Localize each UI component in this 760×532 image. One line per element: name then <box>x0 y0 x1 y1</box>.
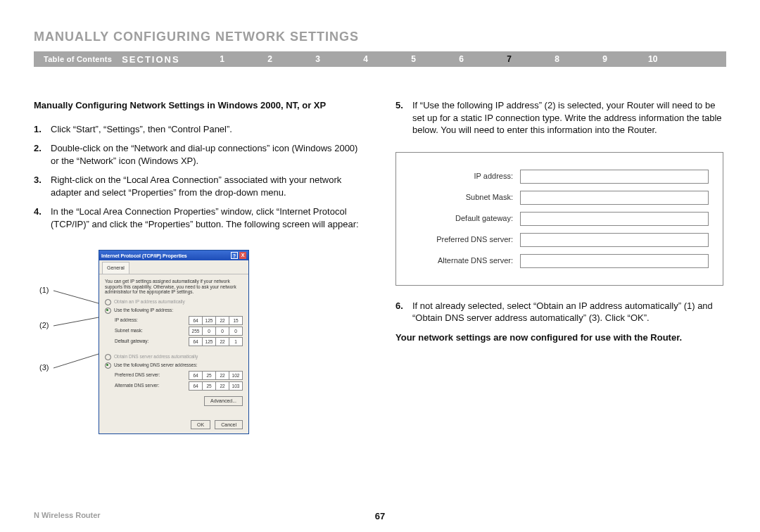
section-link-4[interactable]: 4 <box>342 54 390 64</box>
radio-obtain-dns: Obtain DNS server address automatically <box>105 354 243 360</box>
advanced-button: Advanced... <box>204 396 243 405</box>
section-link-1[interactable]: 1 <box>198 54 246 64</box>
callout-1: (1) <box>39 285 49 296</box>
section-link-9[interactable]: 9 <box>581 54 629 64</box>
left-column: Manually Configuring Network Settings in… <box>34 99 365 434</box>
ip-label: IP address: <box>115 317 184 324</box>
sections-label: SECTIONS <box>122 54 198 65</box>
ok-button: OK <box>191 420 210 429</box>
step-1: 1.Click “Start”, “Settings”, then “Contr… <box>34 123 365 136</box>
step-4: 4.In the “Local Area Connection Properti… <box>34 205 365 230</box>
form-mask-label: Subnet Mask: <box>406 192 520 203</box>
form-ip-input[interactable] <box>520 170 709 184</box>
radio-use-dns: Use the following DNS server addresses: <box>105 362 243 369</box>
step-5: 5.If “Use the following IP address” (2) … <box>395 99 726 137</box>
dialog-diagram: (1) (2) (3) Internet Protocol (TCP/IP) P… <box>39 250 365 434</box>
section-link-8[interactable]: 8 <box>533 54 581 64</box>
dialog-description: You can get IP settings assigned automat… <box>105 279 243 295</box>
dialog-tab-general: General <box>102 262 129 273</box>
radio-use-ip: Use the following IP address: <box>105 308 243 314</box>
section-navbar: Table of Contents SECTIONS 1 2 3 4 5 6 7… <box>34 51 726 67</box>
dialog-titlebar: Internet Protocol (TCP/IP) Properties ? … <box>99 251 248 260</box>
page-number: 67 <box>375 511 385 521</box>
form-adns-input[interactable] <box>520 254 709 268</box>
page-footer: N Wireless Router 67 <box>34 511 726 519</box>
section-link-7[interactable]: 7 <box>486 54 533 64</box>
section-link-2[interactable]: 2 <box>246 54 294 64</box>
right-column: 5.If “Use the following IP address” (2) … <box>395 99 726 434</box>
tcpip-dialog: Internet Protocol (TCP/IP) Properties ? … <box>99 250 249 434</box>
section-link-3[interactable]: 3 <box>294 54 342 64</box>
section-link-6[interactable]: 6 <box>438 54 486 64</box>
form-pdns-input[interactable] <box>520 233 709 247</box>
pdns-label: Preferred DNS server: <box>115 372 184 379</box>
help-icon: ? <box>231 252 238 259</box>
svg-line-0 <box>53 291 99 303</box>
form-adns-label: Alternate DNS server: <box>406 255 520 266</box>
callout-3: (3) <box>39 362 49 373</box>
mask-label: Subnet mask: <box>115 328 184 334</box>
callout-2: (2) <box>39 320 49 331</box>
form-ip-label: IP address: <box>406 171 520 182</box>
form-mask-input[interactable] <box>520 191 709 205</box>
svg-line-2 <box>53 354 99 368</box>
form-gw-input[interactable] <box>520 212 709 226</box>
step-3: 3.Right-click on the “Local Area Connect… <box>34 174 365 198</box>
footer-product: N Wireless Router <box>34 511 101 519</box>
cancel-button: Cancel <box>215 420 243 429</box>
radio-obtain-ip: Obtain an IP address automatically <box>105 299 243 305</box>
section-link-10[interactable]: 10 <box>629 54 677 64</box>
gw-label: Default gateway: <box>115 338 184 345</box>
toc-link[interactable]: Table of Contents <box>34 55 122 63</box>
svg-line-1 <box>53 317 99 326</box>
dialog-title: Internet Protocol (TCP/IP) Properties <box>101 253 187 259</box>
close-icon: X <box>239 252 246 259</box>
adns-label: Alternate DNS server: <box>115 383 184 389</box>
step-6: 6.If not already selected, select “Obtai… <box>395 300 726 324</box>
address-form: IP address: Subnet Mask: Default gateway… <box>395 152 723 286</box>
subheading: Manually Configuring Network Settings in… <box>34 99 365 112</box>
form-pdns-label: Preferred DNS server: <box>406 234 520 245</box>
conclusion-text: Your network settings are now configured… <box>395 331 726 344</box>
page-title: MANUALLY CONFIGURING NETWORK SETTINGS <box>34 30 726 44</box>
step-2: 2.Double-click on the “Network and dial-… <box>34 142 365 167</box>
form-gw-label: Default gateway: <box>406 213 520 224</box>
section-link-5[interactable]: 5 <box>390 54 438 64</box>
